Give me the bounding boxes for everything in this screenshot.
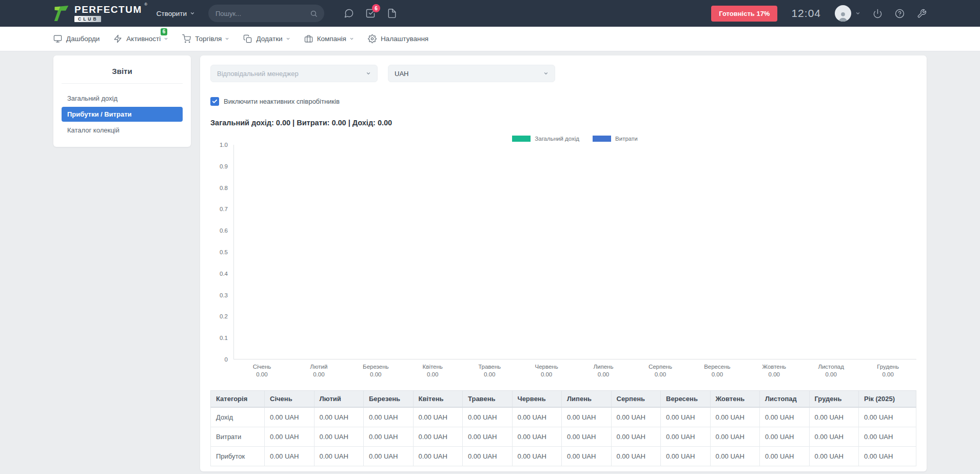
y-axis-tick-label: 0.8 — [220, 185, 228, 191]
table-cell: 0.00 UAH — [760, 407, 810, 427]
search-box — [208, 5, 324, 22]
x-axis-label: Березень 0.00 — [347, 363, 404, 378]
reports-sidebar: Звіти Загальний дохідПрибутки / ВитратиК… — [53, 55, 191, 147]
table-cell: 0.00 UAH — [710, 447, 760, 466]
table-cell: 0.00 UAH — [463, 407, 513, 427]
sidebar-item[interactable]: Прибутки / Витрати — [62, 107, 183, 122]
currency-select[interactable]: UAH — [388, 65, 555, 82]
bar-chart: 1.00.90.80.70.60.50.40.30.20.10 — [210, 145, 916, 359]
brand-subtitle: CLUB — [74, 16, 101, 22]
menu-item-settings[interactable]: Налаштування — [368, 34, 428, 43]
y-axis-tick-label: 0 — [225, 356, 228, 363]
bar-group — [348, 145, 405, 359]
legend-item[interactable]: Загальний дохід — [512, 136, 579, 142]
table-cell: 0.00 UAH — [661, 407, 711, 427]
x-axis-label: Квітень 0.00 — [404, 363, 461, 378]
x-axis-label: Травень 0.00 — [461, 363, 518, 378]
table-cell: 0.00 UAH — [859, 447, 916, 466]
sidebar-item[interactable]: Загальний дохід — [62, 91, 183, 106]
table-cell: 0.00 UAH — [611, 427, 661, 447]
plot-area — [233, 145, 916, 359]
document-icon[interactable] — [387, 8, 397, 18]
x-axis-value: 0.00 — [233, 371, 290, 378]
brand-logo[interactable]: PERFECTUM® CLUB — [53, 5, 147, 22]
menu-badge: 6 — [161, 28, 168, 35]
x-axis-value: 0.00 — [859, 371, 916, 378]
row-category-cell: Прибуток — [211, 447, 265, 466]
table-cell: 0.00 UAH — [364, 447, 414, 466]
report-panel: Відповідальний менеджер UAH Виключити не… — [200, 55, 927, 471]
table-header-cell: Лютий — [314, 391, 364, 408]
table-header-cell: Рік (2025) — [859, 391, 916, 408]
x-axis-value: 0.00 — [347, 371, 404, 378]
y-axis-tick-label: 0.4 — [220, 271, 228, 277]
x-axis-label: Вересень 0.00 — [689, 363, 746, 378]
x-axis: Січень 0.00 Лютий 0.00 Березень 0.00 Кві… — [233, 363, 916, 378]
table-cell: 0.00 UAH — [661, 427, 711, 447]
table-cell: 0.00 UAH — [512, 447, 562, 466]
table-header-cell: Категорія — [211, 391, 265, 408]
bar-group — [859, 145, 916, 359]
y-axis-tick-label: 1.0 — [220, 142, 228, 148]
chevron-down-icon — [855, 11, 860, 16]
row-category-cell: Витрати — [211, 427, 265, 447]
menu-item-trade[interactable]: Торгівля — [182, 34, 229, 43]
totals-summary: Загальний дохід: 0.00 | Витрати: 0.00 | … — [210, 119, 916, 127]
exclude-inactive-label: Виключити неактивних співробітників — [224, 98, 340, 105]
chat-icon[interactable] — [344, 8, 354, 18]
menu-item-addons[interactable]: Додатки — [243, 34, 290, 43]
menu-item-dashboards[interactable]: Дашборди — [53, 34, 100, 43]
help-icon[interactable] — [895, 9, 905, 18]
tools-wrench-icon[interactable] — [917, 9, 927, 18]
registered-mark: ® — [144, 3, 148, 7]
table-cell: 0.00 UAH — [562, 427, 612, 447]
table-cell: 0.00 UAH — [809, 427, 859, 447]
x-axis-value: 0.00 — [802, 371, 859, 378]
bar-group — [575, 145, 632, 359]
table-cell: 0.00 UAH — [710, 427, 760, 447]
table-row: Витрати0.00 UAH0.00 UAH0.00 UAH0.00 UAH0… — [211, 427, 916, 447]
x-axis-label: Жовтень 0.00 — [746, 363, 802, 378]
chevron-down-icon — [543, 71, 548, 76]
table-cell: 0.00 UAH — [661, 447, 711, 466]
manager-select[interactable]: Відповідальний менеджер — [210, 65, 378, 82]
gear-icon — [368, 34, 377, 43]
table-cell: 0.00 UAH — [413, 447, 463, 466]
legend-item[interactable]: Витрати — [593, 136, 638, 142]
exclude-inactive-checkbox[interactable] — [210, 97, 219, 106]
bar-group — [234, 145, 291, 359]
x-axis-label: Листопад 0.00 — [802, 363, 859, 378]
search-icon[interactable] — [310, 10, 318, 17]
sidebar-title: Звіти — [62, 64, 183, 84]
x-axis-label: Серпень 0.00 — [632, 363, 689, 378]
sidebar-item[interactable]: Каталог колекцій — [62, 123, 183, 138]
clock: 12:04 — [791, 7, 821, 20]
menu-item-company[interactable]: Компанія — [304, 34, 354, 43]
create-button[interactable]: Створити — [156, 10, 195, 17]
table-header-cell: Березень — [364, 391, 414, 408]
chevron-down-icon — [350, 36, 354, 41]
bar-group — [518, 145, 575, 359]
row-category-cell: Дохід — [211, 407, 265, 427]
table-cell: 0.00 UAH — [859, 407, 916, 427]
table-header-row: КатегоріяСіченьЛютийБерезеньКвітеньТраве… — [211, 391, 916, 408]
table-cell: 0.00 UAH — [611, 447, 661, 466]
logout-power-icon[interactable] — [873, 9, 883, 18]
tasks-icon[interactable]: 6 — [365, 8, 376, 18]
x-axis-label: Грудень 0.00 — [859, 363, 916, 378]
table-row: Дохід0.00 UAH0.00 UAH0.00 UAH0.00 UAH0.0… — [211, 407, 916, 427]
x-axis-value: 0.00 — [689, 371, 746, 378]
user-menu[interactable] — [835, 5, 860, 22]
table-header-cell: Травень — [463, 391, 513, 408]
table-cell: 0.00 UAH — [265, 447, 315, 466]
table-cell: 0.00 UAH — [859, 427, 916, 447]
readiness-button[interactable]: Готовність 17% — [711, 6, 777, 22]
search-input[interactable] — [215, 10, 306, 17]
x-axis-label: Лютий 0.00 — [290, 363, 347, 378]
table-cell: 0.00 UAH — [314, 447, 364, 466]
table-cell: 0.00 UAH — [611, 407, 661, 427]
x-axis-label: Червень 0.00 — [518, 363, 575, 378]
menu-item-activities[interactable]: Активності 6 — [113, 34, 168, 43]
x-axis-value: 0.00 — [404, 371, 461, 378]
exclude-inactive-row: Виключити неактивних співробітників — [210, 97, 916, 106]
